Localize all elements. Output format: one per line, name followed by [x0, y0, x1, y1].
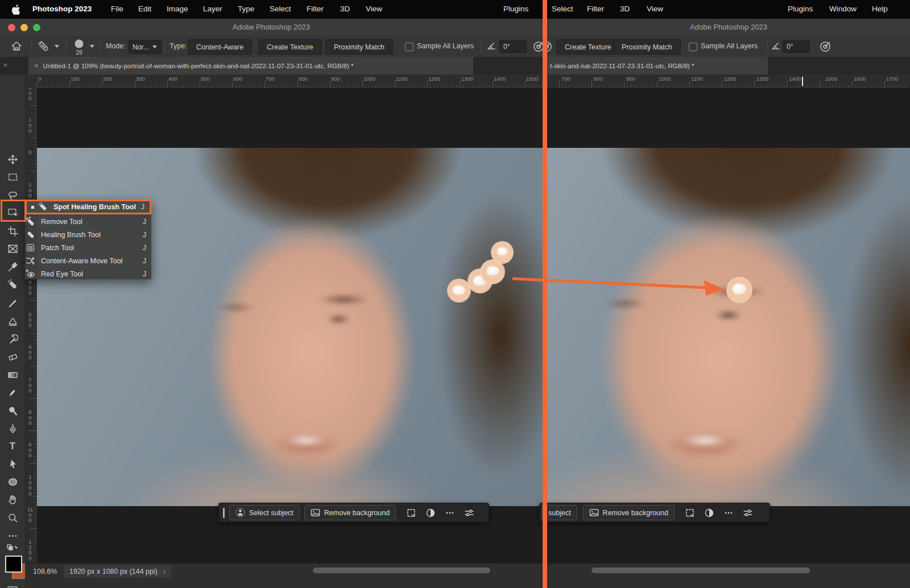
menu-window[interactable]: Window	[829, 5, 857, 13]
transform-selection-icon[interactable]	[680, 508, 700, 518]
menu-filter[interactable]: Filter	[307, 5, 324, 13]
zoom-tool[interactable]	[4, 510, 21, 525]
frame-tool[interactable]	[4, 241, 21, 256]
menu-app-name[interactable]: Photoshop 2023	[32, 5, 92, 13]
menu-plugins[interactable]: Plugins	[503, 5, 528, 13]
menu-type[interactable]: Type	[238, 5, 254, 13]
proximity-match-button[interactable]: Proximity Match	[325, 39, 393, 55]
menu-plugins-2[interactable]: Plugins	[788, 5, 813, 13]
menu-file[interactable]: File	[111, 5, 123, 13]
close-tab-icon[interactable]: ×	[34, 61, 39, 70]
remove-background-button-2[interactable]: Remove background	[583, 505, 675, 520]
angle-field[interactable]: 0°	[499, 40, 527, 53]
menu-3d-2[interactable]: 3D	[620, 5, 630, 13]
flyout-patch-tool[interactable]: Patch Tool J	[25, 241, 151, 254]
path-selection-tool[interactable]	[4, 457, 21, 471]
default-colors-icon[interactable]	[4, 543, 21, 553]
spot-healing-brush-tool[interactable]	[4, 277, 21, 292]
status-bar-left: 108,6% 1920 px x 1080 px (144 ppi) ›	[25, 563, 543, 588]
menu-help[interactable]: Help	[872, 5, 888, 13]
status-bar-right	[547, 563, 910, 588]
flyout-item-shortcut: J	[143, 244, 146, 252]
document-tab-2[interactable]: t-skin-and-nat-2022-11-07-23-31-01-utc, …	[547, 57, 768, 74]
flyout-red-eye-tool[interactable]: Red Eye Tool J	[25, 267, 151, 280]
adjustments-icon[interactable]	[421, 508, 440, 518]
select-subject-button-2[interactable]: subject	[542, 505, 577, 520]
edit-toolbar-icon[interactable]	[4, 528, 21, 543]
dodge-tool[interactable]	[4, 403, 21, 418]
menu-image[interactable]: Image	[167, 5, 188, 13]
gradient-tool[interactable]	[4, 367, 21, 382]
taskbar-drag-handle[interactable]	[223, 508, 225, 518]
apple-icon[interactable]	[11, 5, 20, 16]
flyout-healing-brush-tool[interactable]: Healing Brush Tool J	[25, 228, 151, 241]
eyedropper-tool[interactable]	[4, 259, 21, 274]
menu-view[interactable]: View	[366, 5, 382, 13]
document-tab-title: Untitled-1 @ 109% (beauty-portrait-of-wo…	[43, 63, 354, 69]
menu-edit[interactable]: Edit	[138, 5, 151, 13]
menu-view-2[interactable]: View	[647, 5, 663, 13]
menu-select[interactable]: Select	[270, 5, 291, 13]
horizontal-scrollbar[interactable]	[592, 568, 810, 573]
create-texture-button-2[interactable]: Create Texture	[556, 39, 620, 55]
move-tool[interactable]	[4, 152, 21, 167]
menu-3d[interactable]: 3D	[340, 5, 350, 13]
pen-tool[interactable]	[4, 421, 21, 436]
menu-select-2[interactable]: Select	[552, 5, 573, 13]
history-brush-tool[interactable]	[4, 332, 21, 346]
ellipse-shape-tool[interactable]	[4, 474, 21, 489]
marquee-tool[interactable]	[4, 169, 21, 184]
chevron-down-icon[interactable]	[90, 45, 94, 48]
flyout-spot-healing-brush-tool[interactable]: Spot Healing Brush Tool J	[25, 200, 151, 214]
menu-layer[interactable]: Layer	[203, 5, 222, 13]
menu-filter-2[interactable]: Filter	[587, 5, 604, 13]
select-subject-button[interactable]: Select subject	[229, 505, 300, 520]
create-texture-button[interactable]: Create Texture	[258, 39, 322, 55]
eraser-tool[interactable]	[4, 349, 21, 364]
flyout-remove-tool[interactable]: Remove Tool J	[25, 215, 151, 228]
taskbar-properties-icon[interactable]	[460, 508, 479, 518]
contextual-taskbar-right: subject Remove background	[539, 503, 770, 523]
home-icon[interactable]	[10, 40, 23, 54]
hand-tool[interactable]	[4, 492, 21, 507]
active-tool-bullet	[31, 206, 34, 209]
taskbar-properties-icon[interactable]	[738, 508, 758, 518]
proximity-match-button-2[interactable]: Proximity Match	[613, 39, 681, 55]
tool-preset-spot-healing-icon[interactable]	[36, 39, 51, 56]
sample-all-layers-checkbox[interactable]	[405, 43, 413, 51]
pressure-size-icon[interactable]	[819, 40, 832, 55]
horizontal-scrollbar[interactable]	[313, 568, 490, 573]
crop-tool[interactable]	[4, 223, 21, 238]
canvas-left[interactable]	[37, 88, 543, 563]
transform-selection-icon[interactable]	[402, 508, 421, 518]
pressure-size-icon[interactable]	[547, 40, 553, 55]
smudge-tool[interactable]	[4, 385, 21, 400]
brush-size-preview[interactable]: 29	[74, 39, 84, 56]
foreground-color-swatch[interactable]	[5, 556, 22, 573]
flyout-content-aware-move-tool[interactable]: Content-Aware Move Tool J	[25, 254, 151, 267]
more-options-icon[interactable]	[440, 508, 460, 518]
type-tool[interactable]: T	[4, 439, 21, 454]
quick-mask-icon[interactable]	[4, 582, 21, 588]
chevron-down-icon[interactable]	[55, 45, 59, 48]
angle-field-2[interactable]: 0°	[783, 40, 810, 53]
remove-background-button[interactable]: Remove background	[304, 505, 396, 520]
active-tool-highlight	[1, 200, 26, 222]
document-tabbar-right: t-skin-and-nat-2022-11-07-23-31-01-utc, …	[547, 57, 910, 74]
canvas-right[interactable]	[547, 88, 910, 563]
brush-tool[interactable]	[4, 296, 21, 310]
adjustments-icon[interactable]	[700, 508, 719, 518]
document-tab[interactable]: × Untitled-1 @ 109% (beauty-portrait-of-…	[28, 57, 473, 74]
clone-stamp-tool[interactable]	[4, 313, 21, 328]
panel-collapse-icon[interactable]: »	[3, 61, 7, 69]
flyout-item-shortcut: J	[143, 270, 146, 278]
document-size-chip[interactable]: 1920 px x 1080 px (144 ppi) ›	[64, 565, 171, 578]
spot-healing-brush-icon	[38, 201, 49, 213]
vertical-ruler-left: 200 100 0 100 200 300 400 500 600 700 80…	[25, 88, 38, 563]
mode-dropdown[interactable]: Nor...	[129, 40, 162, 54]
sample-all-layers-checkbox-2[interactable]	[689, 43, 697, 51]
content-aware-button[interactable]: Content-Aware	[188, 39, 252, 55]
more-options-icon[interactable]	[719, 508, 738, 518]
zoom-level[interactable]: 108,6%	[33, 568, 57, 575]
horizontal-ruler-left: 0 100 200 300 400 500 600 700 800 900 10…	[25, 74, 543, 89]
